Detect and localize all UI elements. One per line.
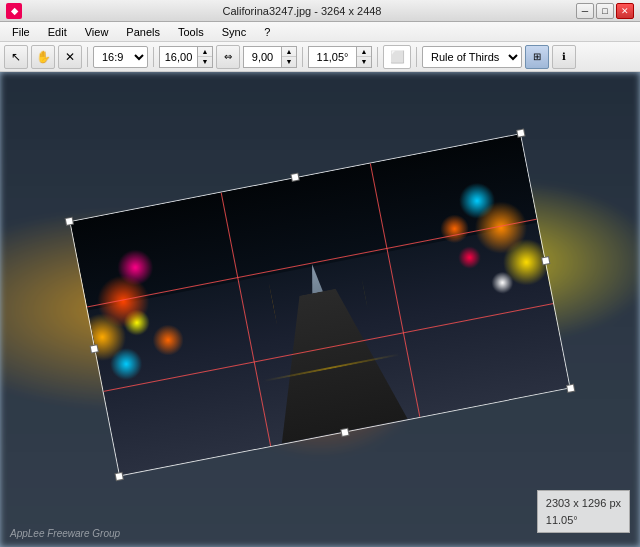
handle-middle-right[interactable] bbox=[541, 256, 550, 265]
link-aspect-button[interactable]: ⇔ bbox=[216, 45, 240, 69]
menu-file[interactable]: File bbox=[4, 24, 38, 40]
menu-bar: File Edit View Panels Tools Sync ? bbox=[0, 22, 640, 42]
handle-bottom-center[interactable] bbox=[340, 427, 349, 436]
width-input[interactable] bbox=[159, 46, 197, 68]
handle-top-right[interactable] bbox=[516, 128, 525, 137]
height-arrows: ▲ ▼ bbox=[281, 46, 297, 68]
height-input[interactable] bbox=[243, 46, 281, 68]
width-spinbox: ▲ ▼ bbox=[159, 46, 213, 68]
handle-top-center[interactable] bbox=[290, 172, 299, 181]
handle-bottom-left[interactable] bbox=[114, 471, 123, 480]
handle-top-left[interactable] bbox=[65, 216, 74, 225]
separator-4 bbox=[377, 47, 378, 67]
menu-panels[interactable]: Panels bbox=[118, 24, 168, 40]
separator-5 bbox=[416, 47, 417, 67]
maximize-button[interactable]: □ bbox=[596, 3, 614, 19]
white-fill-button[interactable]: ⬜ bbox=[383, 45, 411, 69]
arrow-tool-button[interactable]: ↖ bbox=[4, 45, 28, 69]
handle-middle-left[interactable] bbox=[90, 344, 99, 353]
info-angle: 11.05° bbox=[546, 512, 621, 529]
angle-down-button[interactable]: ▼ bbox=[357, 57, 371, 67]
grid-overlay-button[interactable]: ⊞ bbox=[525, 45, 549, 69]
height-up-button[interactable]: ▲ bbox=[282, 47, 296, 58]
angle-spinbox: ▲ ▼ bbox=[308, 46, 372, 68]
menu-view[interactable]: View bbox=[77, 24, 117, 40]
angle-arrows: ▲ ▼ bbox=[356, 46, 372, 68]
cancel-tool-button[interactable]: ✕ bbox=[58, 45, 82, 69]
menu-tools[interactable]: Tools bbox=[170, 24, 212, 40]
canvas-area[interactable]: 2303 x 1296 px 11.05° AppLee Freeware Gr… bbox=[0, 72, 640, 547]
grid-dropdown: Rule of Thirds Golden Ratio Grid Diagona… bbox=[422, 46, 522, 68]
close-button[interactable]: ✕ bbox=[616, 3, 634, 19]
separator-2 bbox=[153, 47, 154, 67]
title-bar: ◆ Califorina3247.jpg - 3264 x 2448 ─ □ ✕ bbox=[0, 0, 640, 22]
minimize-button[interactable]: ─ bbox=[576, 3, 594, 19]
separator-3 bbox=[302, 47, 303, 67]
width-down-button[interactable]: ▼ bbox=[198, 57, 212, 67]
angle-up-button[interactable]: ▲ bbox=[357, 47, 371, 58]
height-down-button[interactable]: ▼ bbox=[282, 57, 296, 67]
hand-tool-button[interactable]: ✋ bbox=[31, 45, 55, 69]
angle-input[interactable] bbox=[308, 46, 356, 68]
watermark: AppLee Freeware Group bbox=[10, 528, 120, 539]
menu-help[interactable]: ? bbox=[256, 24, 278, 40]
aspect-ratio-select[interactable]: 16:9 4:3 1:1 3:2 Free bbox=[93, 46, 148, 68]
grid-mode-select[interactable]: Rule of Thirds Golden Ratio Grid Diagona… bbox=[422, 46, 522, 68]
width-arrows: ▲ ▼ bbox=[197, 46, 213, 68]
info-size: 2303 x 1296 px bbox=[546, 495, 621, 512]
width-up-button[interactable]: ▲ bbox=[198, 47, 212, 58]
separator-1 bbox=[87, 47, 88, 67]
app-icon: ◆ bbox=[6, 3, 22, 19]
window-title: Califorina3247.jpg - 3264 x 2448 bbox=[28, 5, 576, 17]
menu-sync[interactable]: Sync bbox=[214, 24, 254, 40]
window-controls: ─ □ ✕ bbox=[576, 3, 634, 19]
height-spinbox: ▲ ▼ bbox=[243, 46, 297, 68]
info-box: 2303 x 1296 px 11.05° bbox=[537, 490, 630, 533]
toolbar: ↖ ✋ ✕ 16:9 4:3 1:1 3:2 Free ▲ ▼ ⇔ ▲ ▼ ▲ bbox=[0, 42, 640, 72]
grid-info-button[interactable]: ℹ bbox=[552, 45, 576, 69]
menu-edit[interactable]: Edit bbox=[40, 24, 75, 40]
handle-bottom-right[interactable] bbox=[566, 383, 575, 392]
